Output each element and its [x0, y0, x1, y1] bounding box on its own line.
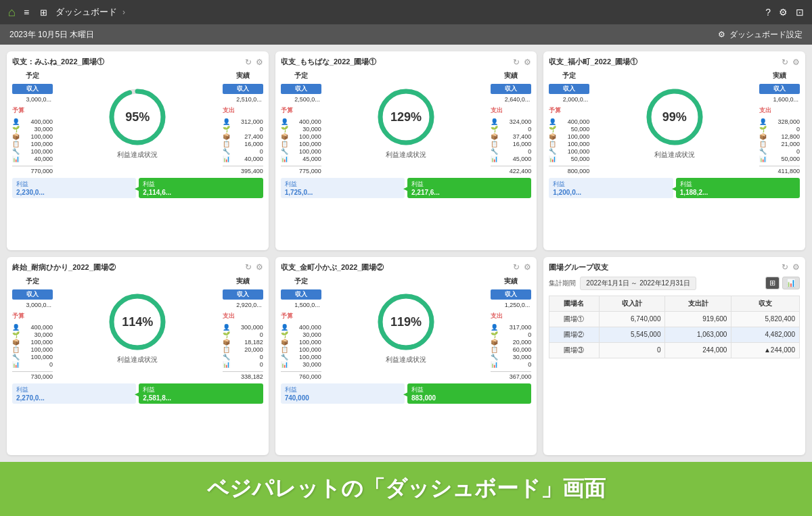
expense-value: 244,000 — [665, 342, 731, 358]
donut-area: 114% 利益達成状況 — [57, 277, 219, 380]
plan-row: 🌱 30,000 — [281, 331, 321, 338]
gear-icon[interactable]: ⚙ — [524, 57, 531, 67]
plan-row: 🔧 100,000 — [12, 354, 53, 360]
actual-row: 📦 12,800 — [759, 133, 800, 140]
actual-row: 🌱 0 — [759, 126, 800, 133]
row-icon: 👤 — [491, 118, 498, 125]
plan-label: 予定 — [281, 277, 321, 286]
row-icon: 📦 — [281, 339, 288, 346]
expense-plan-label: 予算 — [281, 106, 321, 115]
grid-icon[interactable]: ⊞ — [40, 7, 47, 18]
donut-percent: 129% — [390, 110, 422, 124]
plan-income-value: 1,500,0... — [281, 302, 321, 308]
card-body: 予定 収入 2,000,0... 予算 👤 400,000 🌱 50,000 — [549, 71, 800, 174]
plan-profit-box: 利益 1,725,0... — [281, 178, 405, 198]
refresh-icon[interactable]: ↻ — [513, 262, 520, 272]
settings-icon[interactable]: ⚙ — [779, 7, 788, 18]
row-value: 30,000 — [290, 331, 321, 338]
plan-row: 📋 100,000 — [12, 346, 53, 353]
plan-row: 🌱 30,000 — [281, 126, 321, 133]
row-icon: 📊 — [12, 156, 20, 162]
actual-label: 実績 — [759, 71, 800, 80]
plan-row: 📦 100,000 — [549, 133, 589, 140]
table-header: 支出計 — [665, 296, 731, 311]
app-logo[interactable]: ⌂ — [8, 5, 16, 20]
plan-row: 📦 100,000 — [12, 339, 53, 346]
actual-row: 📦 20,000 — [491, 339, 531, 346]
row-value: 100,000 — [21, 133, 53, 140]
actual-row: 👤 324,000 — [491, 118, 531, 125]
row-value: 324,000 — [499, 118, 531, 125]
export-icon[interactable]: ⊡ — [796, 7, 804, 18]
help-icon[interactable]: ? — [765, 7, 771, 18]
profit-arrow-icon: ◀ — [403, 388, 411, 399]
actual-income-tag: 収入 — [491, 84, 531, 94]
actual-row: 📦 27,400 — [223, 133, 263, 140]
menu-icon[interactable]: ≡ — [24, 7, 29, 18]
topbar-actions: ? ⚙ ⊡ — [765, 7, 804, 18]
plan-row: 📋 100,000 — [549, 141, 589, 147]
actual-income-tag: 収入 — [491, 289, 531, 300]
plan-row: 🔧 100,000 — [12, 148, 53, 155]
actual-row: 🌱 0 — [223, 126, 263, 133]
farm-name: 圃場① — [549, 311, 599, 327]
topbar: ⌂ ≡ ⊞ ダッシュボード › ? ⚙ ⊡ — [0, 0, 812, 24]
refresh-icon[interactable]: ↻ — [782, 57, 788, 67]
plan-income-value: 2,500,0... — [281, 96, 321, 103]
row-value: 60,000 — [499, 346, 531, 353]
plan-profit-label: 利益 — [285, 180, 401, 189]
expense-plan-label: 予算 — [12, 106, 53, 115]
gear-icon[interactable]: ⚙ — [256, 262, 263, 272]
plan-row: 📦 100,000 — [281, 133, 321, 140]
plan-profit-box: 利益 1,200,0... — [549, 178, 673, 198]
row-icon: 🌱 — [491, 126, 498, 133]
group-title: 圃場グループ収支 — [549, 262, 608, 273]
plan-expense-rows: 👤 400,000 🌱 30,000 📦 100,000 — [12, 118, 53, 162]
chart-view-button[interactable]: 📊 — [782, 277, 800, 289]
group-actions: ↻ ⚙ — [782, 262, 800, 272]
plan-row: 👤 400,000 — [549, 118, 589, 125]
row-value: 40,000 — [231, 156, 263, 162]
row-value: 100,000 — [21, 148, 53, 155]
plan-profit-label: 利益 — [553, 180, 669, 189]
refresh-icon[interactable]: ↻ — [513, 57, 520, 67]
gear-icon[interactable]: ⚙ — [792, 262, 800, 272]
refresh-icon[interactable]: ↻ — [245, 262, 252, 272]
dashboard-settings[interactable]: ⚙ ダッシュボード設定 — [718, 29, 803, 41]
row-value: 0 — [231, 126, 263, 133]
row-value: 100,000 — [558, 141, 589, 147]
row-value: 100,000 — [290, 141, 321, 147]
card-card5: 収支_金町小かぶ_2022_圃場② ↻ ⚙ 予定 収入 1,500,0... 予… — [275, 257, 537, 456]
card-card4: 終始_耐病ひかり_2022_圃場② ↻ ⚙ 予定 収入 3,000,0... 予… — [7, 257, 269, 456]
refresh-icon[interactable]: ↻ — [782, 262, 788, 272]
actual-row: 📊 0 — [223, 361, 263, 368]
gear-icon[interactable]: ⚙ — [792, 57, 800, 67]
expense-plan-label: 予算 — [12, 312, 53, 321]
profit-arrow-icon: ◀ — [135, 388, 142, 399]
actual-profit-box: ◀ 利益 883,000 — [407, 383, 531, 404]
row-value: 400,000 — [21, 324, 53, 331]
plan-row: 🌱 50,000 — [549, 126, 589, 133]
row-icon: 🌱 — [281, 126, 288, 133]
gear-icon[interactable]: ⚙ — [256, 57, 263, 67]
row-icon: 🌱 — [223, 331, 230, 338]
expense-value: 919,600 — [665, 311, 731, 327]
actual-income-tag: 収入 — [223, 84, 263, 94]
donut-chart: 119% — [376, 291, 436, 352]
gear-icon[interactable]: ⚙ — [524, 262, 531, 272]
income-value: 0 — [599, 342, 665, 358]
actual-row: 📋 60,000 — [491, 346, 531, 353]
plan-total: 775,000 — [281, 166, 321, 174]
table-view-button[interactable]: ⊞ — [765, 277, 780, 289]
card-footer: 利益 2,270,0... ◀ 利益 2,581,8... — [12, 383, 263, 404]
table-row: 圃場③ 0 244,000 ▲244,000 — [549, 342, 800, 358]
row-icon: 👤 — [549, 118, 556, 125]
refresh-icon[interactable]: ↻ — [245, 57, 252, 67]
group-card: 圃場グループ収支 ↻ ⚙ 集計期間 2022年1月1日 ～ 2022年12月31… — [543, 257, 805, 456]
row-value: 20,000 — [231, 346, 263, 353]
expense-actual-label: 支出 — [223, 106, 263, 115]
actual-profit-box: ◀ 利益 2,217,6... — [407, 178, 531, 198]
plan-total: 760,000 — [281, 371, 321, 380]
row-value: 312,000 — [231, 118, 263, 125]
profit-arrow-icon: ◀ — [135, 183, 142, 193]
